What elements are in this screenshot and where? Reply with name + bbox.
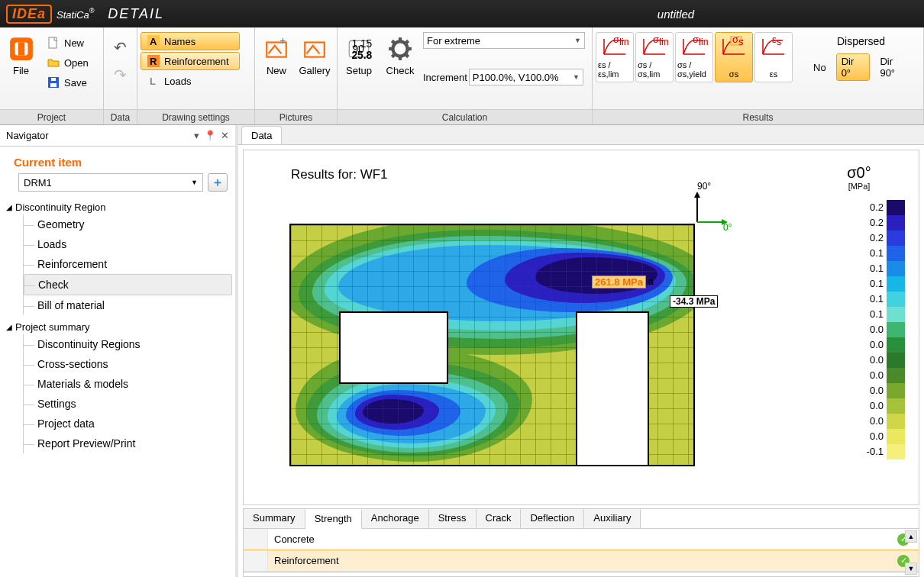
file-button[interactable]: File (3, 31, 39, 105)
stress-strain-icon: σs (720, 36, 748, 57)
legend-value: 0.2 (867, 230, 884, 246)
svg-line-26 (405, 53, 408, 56)
dispersed-no-button[interactable]: No (808, 60, 832, 76)
increment-label: Increment (423, 72, 467, 83)
bottom-table: ▲ ▼ Concrete✓Reinforcement✓ (244, 529, 919, 576)
tree-item[interactable]: Geometry (24, 214, 232, 234)
legend-swatch (887, 414, 905, 429)
tree-item[interactable]: Materials & models (24, 374, 232, 394)
axis-90-label: 90° (697, 181, 711, 192)
current-item-combo[interactable]: DRM1 ▼ (18, 173, 203, 192)
redo-button[interactable]: ↷ (114, 66, 127, 84)
ribbon-group-drawing: A Names R Reinforcement L Loads Drawing … (137, 27, 255, 124)
tree-section-header[interactable]: ◢Discontinuity Region (5, 200, 232, 214)
content-panel: Data Results for: WF1 90° 0° (238, 125, 924, 577)
ribbon-label-project: Project (0, 109, 103, 124)
tree-item[interactable]: Cross-sections (24, 354, 232, 374)
svg-line-27 (405, 40, 408, 44)
pictures-gallery-button[interactable]: Gallery (296, 31, 333, 105)
row-label: Reinforcement (268, 555, 888, 566)
save-button[interactable]: Save (40, 73, 100, 92)
svg-text:R: R (150, 56, 157, 67)
toggle-reinforcement[interactable]: R Reinforcement (141, 52, 240, 70)
legend-swatch (887, 230, 905, 246)
bottom-tab[interactable]: Deflection (521, 509, 584, 528)
nav-close-icon[interactable]: ✕ (221, 130, 229, 141)
svg-text:σlim: σlim (613, 36, 628, 47)
loads-icon: L (147, 75, 160, 87)
legend-swatch (887, 261, 905, 276)
bottom-tab[interactable]: Stress (429, 509, 477, 528)
results-button-1[interactable]: σlimσs / σs,lim (635, 32, 674, 82)
new-file-icon (47, 37, 60, 49)
bottom-tab[interactable]: Strength (305, 510, 362, 529)
tree-item[interactable]: Settings (24, 394, 232, 414)
tab-data[interactable]: Data (241, 126, 282, 144)
canvas-title: Results for: WF1 (291, 167, 388, 182)
dispersed-dir0-button[interactable]: Dir 0° (836, 53, 871, 81)
result-canvas[interactable]: Results for: WF1 90° 0° (243, 150, 919, 505)
results-button-0[interactable]: σlimεs / εs,lim (596, 32, 634, 82)
tree-section-header[interactable]: ◢Project summary (5, 320, 232, 334)
svg-text:L: L (150, 76, 156, 87)
results-button-2[interactable]: σlimσs / σs,yield (675, 32, 713, 82)
setup-button[interactable]: 1.159025.8 Setup (341, 31, 377, 105)
tree-item[interactable]: Project data (24, 414, 232, 434)
tree-item[interactable]: Loads (24, 234, 232, 254)
ribbon: File New Open Save Project ↶ (0, 27, 924, 125)
results-button-4[interactable]: εsεs (754, 32, 793, 82)
increment-combo[interactable]: P100.0%, V100.0%▼ (469, 69, 583, 85)
new-button[interactable]: New (40, 34, 100, 52)
names-icon: A (147, 35, 160, 47)
ribbon-label-results: Results (593, 109, 923, 124)
ribbon-group-data: ↶ ↷ Data (104, 27, 137, 124)
toggle-loads[interactable]: L Loads (141, 72, 240, 90)
tree-item[interactable]: Check (24, 274, 232, 295)
legend-value: 0.0 (867, 398, 884, 414)
app-icon (8, 36, 34, 62)
table-row[interactable]: Concrete✓ (244, 529, 919, 550)
table-row[interactable]: Reinforcement✓ (244, 550, 919, 572)
svg-text:25.8: 25.8 (351, 49, 372, 61)
bottom-tab[interactable]: Anchorage (362, 509, 429, 528)
app-logo: IDEa StatiCa® DETAIL (0, 5, 170, 24)
toggle-names[interactable]: A Names (141, 32, 240, 50)
ribbon-label-drawing: Drawing settings (137, 109, 254, 124)
check-button[interactable]: Check (382, 31, 418, 105)
undo-button[interactable]: ↶ (114, 38, 127, 56)
extreme-combo[interactable]: For extreme▼ (423, 32, 585, 49)
nav-dropdown-icon[interactable]: ▾ (194, 130, 199, 141)
tree-item[interactable]: Report Preview/Print (24, 434, 232, 453)
svg-rect-14 (305, 43, 325, 57)
bottom-tab[interactable]: Auxiliary (584, 509, 641, 528)
svg-line-28 (392, 53, 395, 56)
legend-value: -0.1 (867, 444, 884, 459)
bottom-tab[interactable]: Summary (244, 509, 305, 528)
tree-item[interactable]: Discontinuity Regions (24, 334, 232, 354)
pictures-new-button[interactable]: + New (258, 31, 295, 105)
tree-item[interactable]: Reinforcement (24, 254, 232, 274)
add-item-button[interactable]: ＋ (208, 173, 228, 192)
bottom-tab[interactable]: Crack (477, 509, 522, 528)
brand-reg: ® (89, 7, 95, 15)
row-label: Concrete (268, 533, 888, 545)
legend-swatch (887, 398, 905, 414)
save-label: Save (64, 77, 87, 89)
scroll-down-button[interactable]: ▼ (905, 562, 917, 575)
axis-0-label: 0° (723, 222, 732, 233)
check-label: Check (386, 65, 415, 76)
title-bar: IDEa StatiCa® DETAIL untitled (0, 0, 924, 27)
svg-text:+: + (279, 36, 286, 47)
nav-pin-icon[interactable]: 📍 (204, 130, 216, 141)
tree-item[interactable]: Bill of material (24, 295, 232, 315)
legend-value: 0.2 (867, 215, 884, 230)
dispersed-label: Dispersed (837, 35, 885, 47)
legend-swatch (887, 215, 905, 230)
dispersed-dir90-button[interactable]: Dir 90° (874, 53, 914, 81)
open-button[interactable]: Open (40, 53, 100, 72)
logo-icon: IDEa (6, 5, 52, 24)
results-button-3[interactable]: σsσs (715, 32, 753, 82)
scroll-up-button[interactable]: ▲ (905, 530, 917, 543)
navigator-panel: Navigator ▾ 📍 ✕ Current item DRM1 ▼ ＋ ◢D… (0, 125, 238, 577)
legend-value: 0.0 (867, 414, 884, 429)
